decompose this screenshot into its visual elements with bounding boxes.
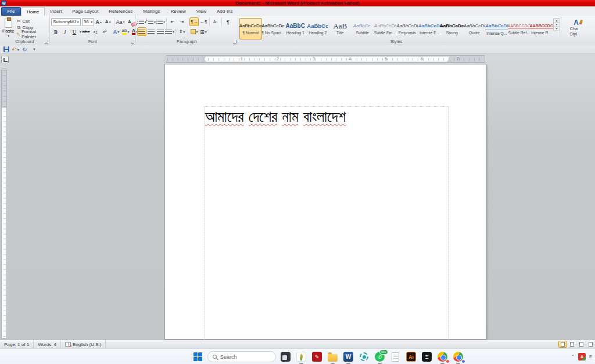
tray-language-indicator[interactable]: E [589,354,595,359]
taskbar-black-app[interactable]: Ξ [421,351,433,363]
avro-keyboard-icon[interactable]: A [578,353,586,361]
underline-button[interactable]: U [70,27,79,36]
style-intense-reference[interactable]: AABBCCDC Intense R... [531,18,553,39]
clipboard-dialog-launcher[interactable] [45,40,48,44]
style-quote[interactable]: AaBbCcDi Quote [463,18,486,39]
style-subtitle[interactable]: AaBbCc. Subtitle [352,18,374,39]
save-button[interactable] [2,46,10,53]
redo-icon: ↻ [22,46,27,53]
customize-qat-button[interactable]: ▼ [30,46,38,53]
align-center-button[interactable] [146,27,156,36]
first-line-indent-marker[interactable] [202,56,206,59]
tab-stop-selector[interactable] [1,56,9,63]
multilevel-list-button[interactable]: ▾ [156,17,165,26]
word-app-icon[interactable]: W [1,1,6,6]
decrease-indent-button[interactable]: ⇤ [168,17,177,26]
cut-label: Cut [22,19,29,24]
bold-button[interactable]: B [51,27,60,36]
shrink-font-button[interactable]: A▼ [103,17,113,26]
style-heading-2[interactable]: AaBbCc Heading 2 [307,18,329,39]
fullscreen-reading-view-button[interactable] [568,341,576,348]
style-title[interactable]: AaB Title [329,18,352,39]
change-styles-button[interactable]: A Cha Styl [561,17,591,38]
increase-indent-button[interactable]: ⇥ [177,17,187,26]
strikethrough-button[interactable]: abc [81,27,91,36]
web-layout-view-button[interactable] [577,341,586,348]
taskbar-notepad[interactable] [389,351,402,363]
paragraph-dialog-launcher[interactable] [233,40,236,44]
tab-add-ins[interactable]: Add-Ins [212,7,238,16]
taskbar-lens-app[interactable] [358,351,370,363]
subscript-button[interactable]: x₂ [91,27,100,36]
show-hide-pilcrow-button[interactable]: ¶ [223,17,232,26]
taskbar-bijoy-app[interactable] [295,351,307,363]
style-emphasis[interactable]: AaBbCcDi Emphasis [396,18,419,39]
taskbar-search[interactable]: Search [207,351,276,362]
shading-button[interactable]: ▾ [189,27,199,36]
style-heading-1[interactable]: AaBbC Heading 1 [284,18,307,39]
font-size-combobox[interactable]: 36 ▾ [82,18,94,26]
clear-formatting-button[interactable]: A [125,17,134,26]
proofing-status[interactable]: English (U.S.) [61,340,106,348]
tab-insert[interactable]: Insert [45,7,67,16]
change-case-button[interactable]: Aa▾ [116,17,125,26]
tab-mailings[interactable]: Mailings [138,7,165,16]
style-subtle-emphasis[interactable]: AaBbCcDi Subtle Em... [374,18,396,39]
styles-scroll-down-button[interactable]: ▼ [554,23,560,27]
taskbar-chrome-profile-1[interactable] [436,351,449,363]
tab-page-layout[interactable]: Page Layout [67,7,103,16]
taskbar-illustrator[interactable]: Ai [405,351,417,363]
text-effects-button[interactable]: A▾ [112,27,121,36]
styles-gallery-expand-button[interactable]: ▼ [554,27,560,31]
outline-view-button[interactable] [586,341,595,348]
tab-file[interactable]: File [1,7,21,16]
taskbar-file-explorer[interactable] [327,351,339,363]
redo-button[interactable]: ↻ [21,46,28,53]
tab-review[interactable]: Review [166,7,191,16]
bullets-button[interactable]: ▾ [137,17,146,26]
style-strong[interactable]: AaBbCcDc Strong [441,18,464,39]
start-button[interactable] [192,351,204,363]
hanging-indent-marker[interactable] [202,59,206,62]
superscript-button[interactable]: x² [100,27,109,36]
taskbar-whatsapp[interactable]: ✆ 99+ [374,351,386,363]
undo-button[interactable]: ↶▾ [12,46,19,53]
borders-button[interactable]: ⊞▾ [199,27,208,36]
grow-font-button[interactable]: A▲ [94,17,103,26]
line-spacing-button[interactable]: ⇕▾ [177,27,187,36]
right-indent-marker[interactable] [447,59,451,62]
numbering-button[interactable]: ▾ [146,17,156,26]
style-no-spacing[interactable]: AaBbCcDc ¶ No Spaci... [262,18,285,39]
font-name-combobox[interactable]: SutonnyMJ ▾ [51,18,81,26]
style-subtle-reference[interactable]: AABBCCDC Subtle Ref... [508,18,531,39]
tray-overflow-chevron-icon[interactable]: ⌃ [571,354,575,359]
document-text[interactable]: আমাদেরদেশেরনামবাংলাদেশ [205,107,448,126]
style-intense-emphasis[interactable]: AaBbCcDi Intense E... [418,18,441,39]
print-layout-view-button[interactable] [558,341,567,348]
tab-references[interactable]: References [103,7,138,16]
styles-scroll-up-button[interactable]: ▲ [554,19,560,23]
align-right-button[interactable] [156,27,165,36]
sort-button[interactable]: A↓ [211,17,220,26]
cut-button[interactable]: ✂ Cut [15,18,48,24]
italic-button[interactable]: I [60,27,70,36]
word-count-status[interactable]: Words: 4 [34,340,61,348]
tab-home[interactable]: Home [21,7,45,16]
right-to-left-button[interactable]: ←¶ [199,17,208,26]
taskbar-chrome-profile-2[interactable] [452,351,464,363]
page-count-status[interactable]: Page: 1 of 1 [0,340,34,348]
taskbar-red-pen-app[interactable]: ✎ [311,351,323,363]
style-intense-quote[interactable]: AaBbCcDi Intense Q... [486,18,508,39]
font-dialog-launcher[interactable] [131,40,134,44]
align-left-button[interactable] [137,27,146,36]
format-painter-button[interactable]: ✎ Format Painter [15,31,48,38]
justify-button[interactable]: ▾ [165,27,174,36]
left-to-right-button[interactable]: ¶→ [189,17,199,26]
tab-view[interactable]: View [191,7,212,16]
paste-button[interactable]: Paste ▾ [1,17,15,38]
paste-dropdown-icon[interactable]: ▾ [8,34,9,38]
taskbar-word[interactable]: W [342,351,354,363]
highlight-color-button[interactable]: ab▾ [121,27,130,36]
style-normal[interactable]: AaBbCcDc ¶ Normal [239,18,262,39]
taskbar-screenshot-app[interactable] [279,351,292,363]
